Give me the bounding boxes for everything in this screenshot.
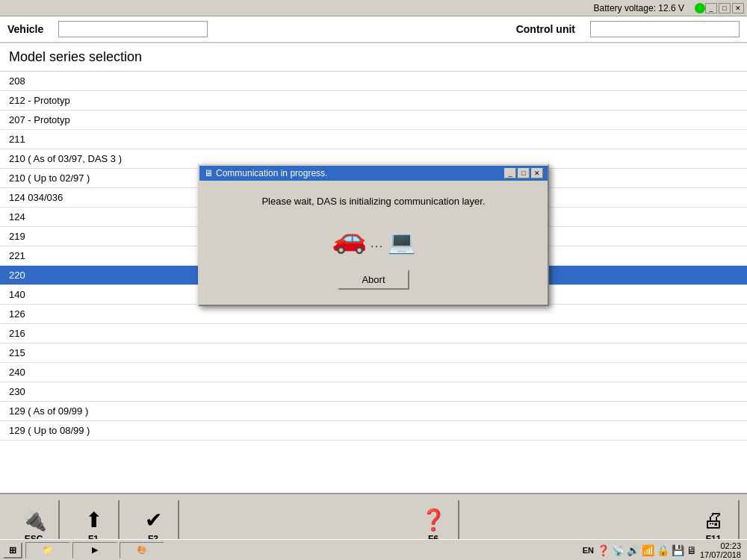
list-item[interactable]: 212 - Prototyp [0, 91, 747, 111]
taskbar-items: 📁 ▶ 🎨 [25, 542, 580, 559]
modal-controls[interactable]: _ □ ✕ [504, 168, 543, 178]
car-icon: 🚗 [332, 222, 367, 255]
animation-area: 🚗 ··· 💻 [332, 222, 415, 255]
list-item[interactable]: 208 [0, 72, 747, 91]
modal-maximize-button[interactable]: □ [518, 168, 530, 178]
modal-close-button[interactable]: ✕ [531, 168, 543, 178]
list-item[interactable]: 240 [0, 363, 747, 382]
taskbar-item-3[interactable]: 🎨 [120, 542, 164, 559]
f3-icon: ✔ [145, 510, 162, 531]
modal-titlebar: 🖥 Communication in progress. _ □ ✕ [199, 166, 548, 181]
vehicle-label: Vehicle [7, 23, 43, 35]
f6-icon: ❓ [421, 510, 447, 531]
list-item[interactable]: 211 [0, 130, 747, 149]
modal-message: Please wait, DAS is initializing communi… [261, 196, 485, 207]
minimize-button[interactable]: _ [705, 3, 717, 13]
clock: 02:23 17/07/2018 [700, 541, 741, 559]
modal-minimize-button[interactable]: _ [504, 168, 516, 178]
header-bar: Vehicle Control unit [0, 16, 747, 43]
f1-icon: ⬆ [85, 510, 102, 531]
language-indicator: EN [583, 546, 594, 555]
section-title: Model series selection [0, 43, 747, 72]
close-button[interactable]: ✕ [732, 3, 744, 13]
maximize-button[interactable]: □ [719, 3, 731, 13]
dialog-icon: 🖥 [204, 168, 213, 178]
list-item[interactable]: 216 [0, 324, 747, 343]
modal-body: Please wait, DAS is initializing communi… [199, 181, 548, 305]
battery-icon [695, 3, 705, 13]
list-item[interactable]: 129 ( As of 09/99 ) [0, 402, 747, 421]
vehicle-input[interactable] [58, 21, 208, 37]
abort-button[interactable]: Abort [338, 270, 409, 290]
laptop-icon: 💻 [388, 228, 415, 255]
f11-icon: 🖨 [703, 510, 724, 531]
control-unit-label: Control unit [516, 23, 575, 35]
start-button[interactable]: ⊞ [3, 542, 22, 559]
title-bar: Battery voltage: 12.6 V _ □ ✕ [0, 0, 747, 16]
list-item[interactable]: 215 [0, 343, 747, 363]
communication-dialog: 🖥 Communication in progress. _ □ ✕ Pleas… [198, 164, 549, 306]
list-item[interactable]: 129 ( Up to 08/99 ) [0, 421, 747, 441]
taskbar-item-2[interactable]: ▶ [72, 542, 117, 559]
taskbar-right: EN ❓ 📡 🔊 📶 🔒 💾 🖥 02:23 17/07/2018 [583, 541, 744, 559]
taskbar: ⊞ 📁 ▶ 🎨 EN ❓ 📡 🔊 📶 🔒 💾 🖥 02:23 17/07/201… [0, 539, 747, 560]
control-unit-input[interactable] [590, 21, 740, 37]
dialog-title: Communication in progress. [216, 168, 501, 178]
list-item[interactable]: 207 - Prototyp [0, 111, 747, 130]
esc-icon: 🔌 [21, 510, 47, 531]
battery-label: Battery voltage: 12.6 V [594, 3, 684, 13]
clock-date: 17/07/2018 [700, 550, 741, 559]
window-controls[interactable]: _ □ ✕ [705, 3, 744, 13]
tray-icons: ❓ 📡 🔊 📶 🔒 💾 🖥 [597, 544, 697, 556]
list-item[interactable]: 126 [0, 305, 747, 324]
clock-time: 02:23 [700, 541, 741, 550]
taskbar-item-1[interactable]: 📁 [25, 542, 70, 559]
list-item[interactable]: 230 [0, 382, 747, 402]
connection-dots: ··· [371, 240, 384, 252]
